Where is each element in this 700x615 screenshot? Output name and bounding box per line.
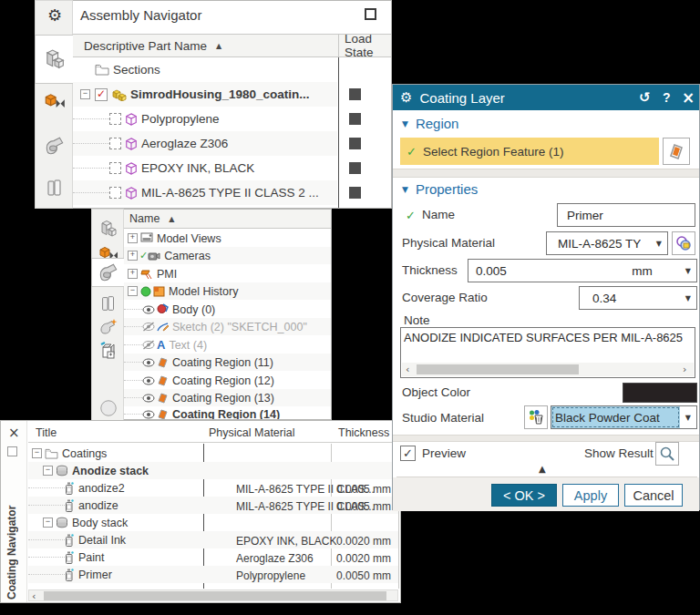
tree-row-simrodhousing[interactable]: − ✓ SimrodHousing_1980_coatin... [73, 82, 337, 107]
expand-icon[interactable]: + [128, 269, 138, 279]
scrollbar-thumb[interactable] [417, 364, 579, 374]
reset-icon[interactable]: ↺ [639, 89, 651, 106]
coating-row-anodize-stack[interactable]: − Anodize stack [28, 462, 398, 479]
sort-asc-icon[interactable]: ▲ [216, 42, 221, 50]
component-checkbox-empty[interactable] [109, 162, 121, 174]
clamp-new-tab[interactable] [97, 315, 120, 339]
tree-row-body[interactable]: Body (0) [124, 301, 332, 318]
desktop-canvas: ⚙ [0, 0, 700, 615]
part-navigator-icon [97, 261, 120, 284]
load-state-indicator [349, 88, 361, 100]
component-checkbox-empty[interactable] [109, 187, 121, 199]
object-color-swatch[interactable] [623, 383, 697, 403]
clamp-navigator-tab[interactable] [41, 132, 68, 159]
tree-row-aeroglaze[interactable]: Aeroglaze Z306 [73, 131, 337, 156]
show-result-button[interactable] [655, 442, 679, 466]
tree-row-coating-region-11[interactable]: Coating Region (11) [124, 354, 332, 371]
assembly-navigator-tab[interactable] [97, 217, 120, 241]
expand-icon[interactable]: + [128, 233, 138, 243]
eye-icon[interactable] [142, 305, 155, 314]
coverage-ratio-dropdown[interactable]: 0.34 ▼ [579, 286, 697, 310]
eye-off-icon[interactable] [142, 322, 155, 332]
component-checkbox-empty[interactable] [109, 113, 121, 125]
part-navigator-tab[interactable] [91, 258, 125, 287]
tree-row-coating-region-13[interactable]: Coating Region (13) [124, 389, 332, 406]
library-tab[interactable] [97, 292, 120, 315]
component-checkbox-empty[interactable] [109, 138, 121, 149]
coating-row-body-stack[interactable]: − Body stack [28, 514, 398, 531]
coating-region-icon [157, 392, 169, 404]
eye-off-icon[interactable] [142, 340, 155, 350]
col-thickness[interactable]: Thickness [338, 426, 389, 439]
coating-row-coatings[interactable]: − Coatings [28, 445, 398, 462]
material-library-button[interactable] [672, 231, 695, 255]
horizontal-scrollbar[interactable]: ‹ [28, 589, 398, 601]
round-tool-tab[interactable] [98, 397, 119, 419]
properties-section-header[interactable]: ▼ Properties [402, 181, 478, 197]
studio-material-library-button[interactable] [524, 405, 548, 429]
collapse-expander[interactable]: − [80, 89, 90, 99]
tree-row-sketch[interactable]: Sketch (2) "SKETCH_000" [124, 318, 332, 335]
col-title[interactable]: Title [36, 426, 57, 439]
apply-button[interactable]: Apply [562, 484, 619, 507]
coating-layer-dialog: ⚙ Coating Layer ↺ ? × ▼ Region ✓ Select … [392, 84, 700, 510]
eye-icon[interactable] [142, 358, 155, 367]
col-physical-material[interactable]: Physical Material [209, 426, 294, 439]
tree-row-model-history[interactable]: − Model History [124, 282, 332, 300]
dialog-titlebar[interactable]: ⚙ Coating Layer ↺ ? × [393, 85, 699, 110]
col-descriptive-part-name[interactable]: Descriptive Part Name [84, 39, 207, 53]
cell-thickness: 0.0020 mm [336, 552, 391, 565]
assembly-navigator-tab[interactable] [35, 35, 74, 84]
scrollbar-thumb[interactable] [44, 591, 386, 600]
pin-checkbox[interactable] [7, 446, 17, 456]
tree-row-polypropylene[interactable]: Polypropylene [73, 107, 337, 131]
tree-row-coating-region-12[interactable]: Coating Region (12) [124, 372, 332, 389]
float-window-icon[interactable] [365, 8, 376, 20]
studio-material-selection: Black Powder Coat [551, 406, 680, 428]
collapse-icon[interactable]: − [128, 286, 138, 296]
preview-checkbox[interactable]: ✓ [400, 446, 416, 461]
eye-icon[interactable] [142, 394, 155, 403]
tree-row-text[interactable]: A Text (4) [124, 336, 332, 354]
scroll-left-icon[interactable]: ‹ [406, 364, 409, 374]
tree-row-model-views[interactable]: + Model Views [124, 230, 332, 247]
scroll-right-icon[interactable]: › [683, 364, 686, 374]
help-icon[interactable]: ? [663, 90, 671, 105]
collapse-icon[interactable]: − [43, 466, 53, 476]
collapse-icon[interactable]: − [43, 518, 53, 528]
col-name[interactable]: Name [129, 212, 160, 225]
collapse-icon[interactable]: − [32, 448, 42, 458]
ok-button[interactable]: < OK > [491, 484, 557, 507]
tree-row-epoxy[interactable]: EPOXY INK, BLACK [73, 156, 337, 180]
select-region-feature-field[interactable]: ✓ Select Region Feature (1) [400, 138, 659, 165]
tree-row-mil[interactable]: MIL-A-8625 TYPE II CLASS 2 ... [73, 180, 337, 205]
region-picker-button[interactable] [663, 138, 690, 165]
collapse-dialog-arrow[interactable]: ▲ [539, 464, 546, 474]
tree-row-sections[interactable]: Sections [73, 57, 337, 82]
col-load-state[interactable]: Load State [345, 32, 392, 59]
constraint-navigator-tab[interactable] [41, 88, 68, 116]
close-icon[interactable]: × [8, 425, 20, 441]
scroll-left-icon[interactable]: ‹ [32, 591, 36, 601]
region-section-header[interactable]: ▼ Region [402, 116, 458, 131]
sort-asc-icon[interactable]: ▲ [169, 215, 174, 223]
eye-icon[interactable] [142, 410, 155, 419]
gear-icon[interactable]: ⚙ [45, 5, 65, 25]
physical-material-dropdown[interactable]: MIL-A-8625 TY ▼ [546, 231, 668, 255]
note-textarea[interactable]: ANODIZE INDICATED SURFACES PER MIL-A-862… [400, 327, 695, 378]
cell-thickness: 0.0005 mm [336, 483, 391, 496]
close-icon[interactable]: × [682, 88, 695, 107]
tree-row-coating-region-14[interactable]: Coating Region (14) [124, 407, 332, 420]
thickness-input[interactable]: 0.005 mm ▼ [468, 259, 697, 282]
tree-row-pmi[interactable]: + PMI [124, 265, 332, 282]
tree-row-cameras[interactable]: + ✓ Cameras [124, 247, 332, 264]
eye-icon[interactable] [142, 376, 155, 385]
cancel-button[interactable]: Cancel [624, 484, 683, 507]
library-tab[interactable] [41, 174, 68, 201]
expand-icon[interactable]: + [128, 251, 138, 261]
note-horizontal-scrollbar[interactable]: ‹ › [402, 363, 694, 376]
coating-navigator-tab[interactable] [97, 339, 120, 363]
component-checkbox-checked[interactable]: ✓ [95, 88, 108, 101]
studio-material-dropdown[interactable]: Black Powder Coat ▼ [551, 405, 697, 429]
name-input[interactable]: Primer [557, 203, 695, 227]
